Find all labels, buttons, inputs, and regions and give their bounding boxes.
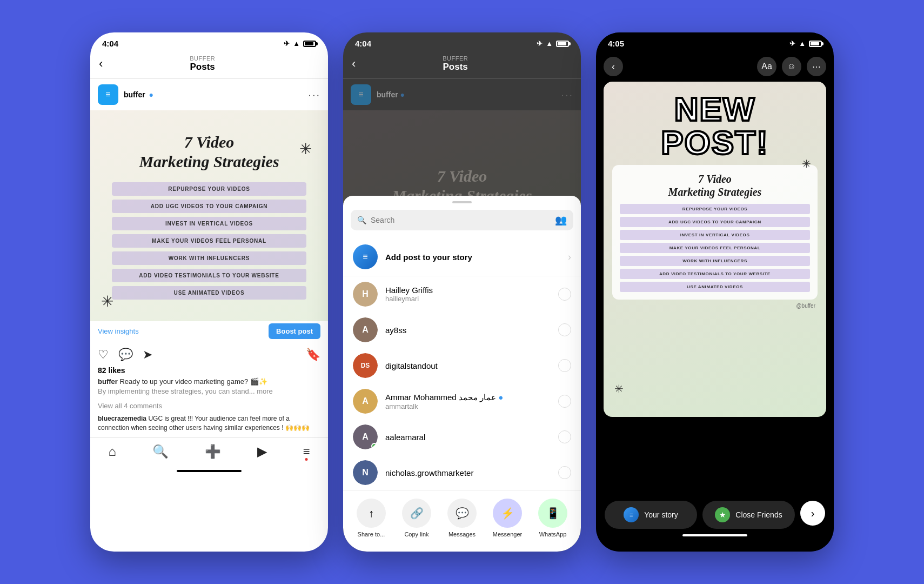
copy-link-icon: 🔗 <box>402 499 431 528</box>
contact-avatar-5: N <box>353 460 378 485</box>
contact-avatar-0: H <box>353 282 378 307</box>
story-share-options: ≡ Your story ★ Close Friends › <box>605 501 825 529</box>
likes-section: 82 likes buffer Ready to up your video m… <box>90 366 328 400</box>
phone-3: 4:05 ✈ ▲ ‹ Aa ☺ ⋯ NEW POST! 7 Video Mark… <box>596 32 834 552</box>
text-tool-button[interactable]: Aa <box>757 57 776 76</box>
strategy-item: USE ANIMATED VIDEOS <box>112 286 306 300</box>
contact-radio-4[interactable] <box>558 430 571 443</box>
sticker-tool-button[interactable]: ☺ <box>782 57 801 76</box>
nav-reels-icon[interactable]: ▶ <box>257 444 267 459</box>
strategy-item: WORK WITH INFLUENCERS <box>112 251 306 265</box>
strategy-item: ADD UGC VIDEOS TO YOUR CAMPAIGN <box>112 200 306 213</box>
strategy-item: INVEST IN VERTICAL VIDEOS <box>112 217 306 230</box>
share-action-2[interactable]: 💬 Messages <box>443 499 481 537</box>
caption-text: Ready to up your video marketing game? 🎬… <box>119 377 267 386</box>
share-action-3[interactable]: ⚡ Messenger <box>488 499 526 537</box>
share-to-label: Share to... <box>358 531 385 537</box>
action-left-1: ♡ 💬 ➤ <box>98 348 152 362</box>
caption: buffer Ready to up your video marketing … <box>98 377 320 387</box>
comment-button[interactable]: 💬 <box>118 348 133 362</box>
new-post-text-1: NEW <box>614 92 815 126</box>
story-post-title: 7 Video Marketing Strategies <box>620 172 810 198</box>
story-avatar: ≡ <box>353 244 378 269</box>
comment-section: bluecrazemedia UGC is great !!! Your aud… <box>90 412 328 437</box>
contact-radio-3[interactable] <box>558 395 571 408</box>
add-contacts-icon[interactable]: 👥 <box>555 214 567 226</box>
burst-decoration-bottom: ✳ <box>101 293 113 310</box>
nav-title-1: BUFFER Posts <box>107 55 298 72</box>
phone-2: 4:04 ✈ ▲ ‹ BUFFER Posts ≡ buffer ● ··· 7… <box>343 32 581 552</box>
verified-badge-1: ● <box>149 90 153 99</box>
nav-home-icon[interactable]: ⌂ <box>108 444 116 459</box>
contact-item-1[interactable]: A ay8ss <box>343 312 581 348</box>
boost-post-button[interactable]: Boost post <box>269 323 320 339</box>
story-strategy-4: WORK WITH INFLUENCERS <box>620 256 810 266</box>
close-friends-button[interactable]: ★ Close Friends <box>702 501 795 529</box>
account-row-2: ≡ buffer ● ··· <box>343 79 581 110</box>
share-sheet: 🔍 👥 ≡ Add post to your story › H Hailley… <box>343 196 581 552</box>
contact-name-3: Ammar Mohammed عمار محمد ● <box>385 393 558 402</box>
more-tool-button[interactable]: ⋯ <box>807 57 826 76</box>
search-bar[interactable]: 🔍 👥 <box>351 210 573 230</box>
share-action-4[interactable]: 📱 WhatsApp <box>534 499 572 537</box>
battery-icon-3 <box>809 41 822 47</box>
contact-radio-2[interactable] <box>558 359 571 372</box>
add-story-item[interactable]: ≡ Add post to your story › <box>343 238 581 276</box>
back-button-2[interactable]: ‹ <box>352 55 360 73</box>
status-time-3: 4:05 <box>608 39 624 48</box>
story-back-button[interactable]: ‹ <box>604 57 623 76</box>
bookmark-button[interactable]: 🔖 <box>306 348 320 362</box>
strategy-item: REPURPOSE YOUR VIDEOS <box>112 182 306 196</box>
back-button-1[interactable]: ‹ <box>99 55 107 73</box>
view-insights-btn[interactable]: View insights <box>98 327 139 335</box>
nav-profile-icon[interactable]: ≡ <box>303 444 310 459</box>
more-link[interactable]: more <box>257 387 273 395</box>
story-chevron-icon: › <box>568 251 571 263</box>
send-story-button[interactable]: › <box>800 501 825 526</box>
wifi-icon-1: ▲ <box>293 39 300 48</box>
view-comments-link[interactable]: View all 4 comments <box>90 402 328 410</box>
share-button[interactable]: ➤ <box>143 348 152 362</box>
contact-item-4[interactable]: A aaleamaral <box>343 419 581 455</box>
caption-username: buffer <box>98 377 118 386</box>
contact-item-3[interactable]: A Ammar Mohammed عمار محمد ● ammartalk <box>343 383 581 419</box>
story-strategy-3: MAKE YOUR VIDEOS FEEL PERSONAL <box>620 243 810 253</box>
nav-add-icon[interactable]: ➕ <box>205 444 221 459</box>
more-button-1[interactable]: ··· <box>308 91 320 98</box>
like-button[interactable]: ♡ <box>98 348 109 362</box>
contact-name-section-5: nicholas.growthmarketer <box>385 468 558 477</box>
status-time-2: 4:04 <box>355 39 371 48</box>
contact-item-2[interactable]: DS digitalstandout <box>343 348 581 383</box>
messages-label: Messages <box>448 531 476 537</box>
more-button-2[interactable]: ··· <box>561 91 573 98</box>
strategy-list-1: REPURPOSE YOUR VIDEOS ADD UGC VIDEOS TO … <box>101 182 317 300</box>
messenger-label: Messenger <box>493 531 522 537</box>
commenter-name: bluecrazemedia <box>98 415 146 422</box>
search-input[interactable] <box>371 216 551 224</box>
close-friends-label: Close Friends <box>735 510 782 519</box>
home-indicator-3 <box>682 534 747 536</box>
status-icons-3: ✈ ▲ <box>789 39 822 48</box>
contact-avatar-4: A <box>353 424 378 449</box>
contact-radio-5[interactable] <box>558 466 571 479</box>
contact-item-5[interactable]: N nicholas.growthmarketer <box>343 455 581 490</box>
story-watermark: @buffer <box>604 300 826 312</box>
contact-radio-1[interactable] <box>558 323 571 336</box>
contact-radio-0[interactable] <box>558 288 571 301</box>
messages-icon: 💬 <box>447 499 477 528</box>
share-action-1[interactable]: 🔗 Copy link <box>398 499 436 537</box>
plane-icon-3: ✈ <box>789 39 795 48</box>
sheet-handle <box>452 201 472 203</box>
messenger-icon: ⚡ <box>493 499 522 528</box>
verified-badge-3: ● <box>498 393 503 402</box>
nav-search-icon[interactable]: 🔍 <box>152 444 169 459</box>
your-story-avatar: ≡ <box>624 507 639 522</box>
nav-main-title-1: Posts <box>107 62 298 72</box>
share-action-0[interactable]: ↑ Share to... <box>352 499 390 537</box>
strategy-item: MAKE YOUR VIDEOS FEEL PERSONAL <box>112 234 306 248</box>
story-strategy-6: USE ANIMATED VIDEOS <box>620 282 810 292</box>
contact-item-0[interactable]: H Hailley Griffis hailleymari <box>343 276 581 312</box>
story-tool-buttons: Aa ☺ ⋯ <box>757 57 826 76</box>
contact-name-5: nicholas.growthmarketer <box>385 468 558 477</box>
your-story-button[interactable]: ≡ Your story <box>605 501 697 529</box>
